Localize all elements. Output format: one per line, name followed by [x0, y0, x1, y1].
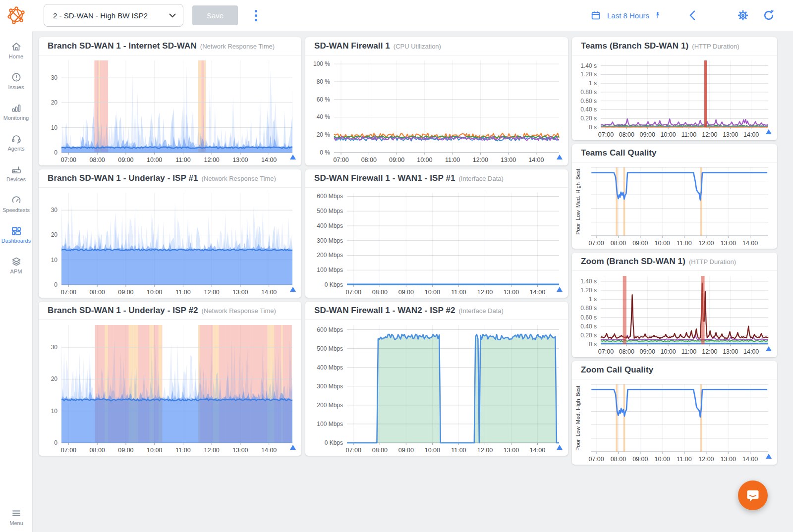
chart-teams-http[interactable]: 0 s0.20 s0.40 s0.60 s0.80 s1 s1.20 s1.40… — [572, 55, 777, 140]
chart-wan1[interactable]: 0 Kbps100 Mbps200 Mbps300 Mbps400 Mbps50… — [305, 188, 568, 298]
svg-text:20: 20 — [51, 99, 58, 106]
sidebar-menu-button[interactable]: Menu — [0, 508, 33, 526]
chart-cpu[interactable]: 0 %20 %40 %60 %80 %100 %07:0008:0009:001… — [305, 55, 568, 165]
bar-chart-icon — [11, 103, 22, 113]
svg-text:100 Mbps: 100 Mbps — [317, 266, 343, 273]
sidebar-item-speedtests[interactable]: Speedtests — [0, 195, 33, 213]
chart-subtitle: (Interface Data) — [459, 175, 504, 182]
chart-zoom-quality[interactable]: PoorLowMed.HighBest07:0008:0009:0010:001… — [572, 379, 777, 465]
chart-zoom-http[interactable]: 0 s0.20 s0.40 s0.60 s0.80 s1 s1.20 s1.40… — [572, 271, 777, 357]
time-range-selector[interactable]: Last 8 Hours — [590, 10, 662, 21]
home-icon — [11, 41, 22, 52]
svg-text:300 Mbps: 300 Mbps — [317, 237, 343, 244]
card-wan1: SD-WAN Firewall 1 - WAN1 - ISP #1(Interf… — [305, 169, 568, 298]
svg-text:600 Mbps: 600 Mbps — [317, 326, 343, 333]
sidebar-item-devices[interactable]: Devices — [0, 164, 33, 182]
svg-text:0: 0 — [54, 439, 57, 446]
chart-subtitle: (HTTP Duration) — [692, 43, 739, 50]
svg-text:0: 0 — [54, 281, 57, 288]
svg-text:13:00: 13:00 — [723, 131, 738, 138]
refresh-button[interactable] — [761, 8, 776, 23]
svg-text:10: 10 — [51, 124, 58, 131]
svg-text:Best: Best — [575, 386, 581, 397]
more-options-button[interactable] — [249, 5, 263, 25]
chart-title: SD-WAN Firewall 1 - WAN1 - ISP #1 — [314, 173, 455, 183]
sidebar-menu-label: Menu — [9, 520, 23, 526]
svg-text:14:00: 14:00 — [261, 157, 277, 163]
svg-text:14:00: 14:00 — [743, 348, 759, 355]
svg-text:07:00: 07:00 — [346, 289, 361, 296]
sidebar-item-home[interactable]: Home — [0, 41, 33, 59]
app-logo[interactable] — [0, 0, 33, 31]
svg-text:08:00: 08:00 — [361, 157, 377, 163]
hamburger-icon — [11, 508, 22, 519]
svg-text:30: 30 — [51, 207, 58, 213]
chart-title: Branch SD-WAN 1 - Internet SD-WAN — [48, 41, 197, 51]
svg-text:09:00: 09:00 — [118, 289, 133, 296]
svg-text:200 Mbps: 200 Mbps — [317, 252, 343, 259]
sidebar-item-label: Issues — [8, 84, 24, 90]
chart-title: Teams Call Quality — [581, 148, 657, 158]
card-nrt-isp2: Branch SD-WAN 1 - Underlay - ISP #2(Netw… — [39, 302, 301, 456]
svg-text:20 %: 20 % — [317, 131, 331, 138]
svg-text:13:00: 13:00 — [721, 240, 736, 247]
collapse-panel-button[interactable] — [685, 8, 700, 23]
card-zoom-http: Zoom (Branch SD-WAN 1)(HTTP Duration) 0 … — [572, 253, 777, 357]
svg-text:10:00: 10:00 — [660, 348, 676, 355]
svg-text:0.60 s: 0.60 s — [580, 314, 597, 321]
svg-text:08:00: 08:00 — [90, 289, 105, 296]
sidebar-item-monitoring[interactable]: Monitoring — [0, 103, 33, 121]
svg-text:12:00: 12:00 — [702, 348, 717, 355]
svg-text:12:00: 12:00 — [204, 157, 220, 163]
svg-text:10:00: 10:00 — [417, 157, 432, 163]
sidebar-item-label: Home — [9, 53, 23, 59]
svg-text:09:00: 09:00 — [118, 157, 133, 163]
sidebar-item-agents[interactable]: Agents — [0, 133, 33, 152]
svg-text:12:00: 12:00 — [477, 289, 493, 296]
sidebar-item-dashboards[interactable]: Dashboards — [0, 225, 33, 244]
save-button[interactable]: Save — [192, 5, 238, 25]
support-chat-button[interactable] — [738, 480, 768, 510]
svg-text:12:00: 12:00 — [698, 240, 714, 247]
sidebar-item-issues[interactable]: Issues — [0, 72, 33, 90]
svg-text:08:00: 08:00 — [90, 447, 105, 454]
svg-text:1.20 s: 1.20 s — [580, 287, 597, 294]
chart-title: Zoom Call Quality — [581, 365, 653, 375]
chart-subtitle: (Network Response Time) — [202, 175, 276, 182]
svg-text:200 Mbps: 200 Mbps — [317, 402, 343, 409]
svg-text:10:00: 10:00 — [660, 131, 676, 138]
svg-text:High: High — [575, 399, 581, 410]
svg-text:0 s: 0 s — [589, 341, 597, 348]
chart-teams-quality[interactable]: PoorLowMed.HighBest07:0008:0009:0010:001… — [572, 162, 777, 249]
chart-nrt-isp2[interactable]: 010203007:0008:0009:0010:0011:0012:0013:… — [39, 320, 301, 456]
svg-text:10: 10 — [51, 257, 58, 264]
sidebar-item-apm[interactable]: APM — [0, 256, 33, 274]
svg-text:13:00: 13:00 — [501, 157, 516, 163]
svg-text:0.80 s: 0.80 s — [580, 89, 597, 96]
svg-text:0 Kbps: 0 Kbps — [325, 439, 343, 446]
svg-text:14:00: 14:00 — [261, 447, 277, 454]
svg-text:1.40 s: 1.40 s — [580, 62, 597, 69]
headset-icon — [11, 133, 22, 144]
alert-circle-icon — [11, 72, 22, 83]
svg-text:08:00: 08:00 — [611, 240, 626, 247]
chart-nrt-internet[interactable]: 010203007:0008:0009:0010:0011:0012:0013:… — [39, 55, 301, 165]
dashboard-selector[interactable]: 2 - SD-WAN - High BW ISP2 — [44, 4, 183, 27]
card-nrt-isp1: Branch SD-WAN 1 - Underlay - ISP #1(Netw… — [39, 169, 301, 298]
brand-network-icon — [6, 6, 26, 26]
svg-text:09:00: 09:00 — [640, 131, 655, 138]
svg-text:14:00: 14:00 — [261, 289, 277, 296]
svg-text:13:00: 13:00 — [232, 157, 248, 163]
svg-text:10:00: 10:00 — [147, 157, 162, 163]
svg-text:12:00: 12:00 — [473, 157, 488, 163]
settings-button[interactable] — [736, 8, 750, 23]
chart-nrt-isp1[interactable]: 010203007:0008:0009:0010:0011:0012:0013:… — [39, 188, 301, 298]
svg-text:09:00: 09:00 — [118, 447, 133, 454]
svg-text:0.40 s: 0.40 s — [580, 323, 597, 330]
card-cpu: SD-WAN Firewall 1(CPU Utilization) 0 %20… — [305, 37, 568, 165]
svg-text:14:00: 14:00 — [528, 157, 544, 163]
svg-text:10:00: 10:00 — [147, 447, 162, 454]
chart-wan2[interactable]: 0 Kbps100 Mbps200 Mbps300 Mbps400 Mbps50… — [305, 320, 568, 456]
router-icon — [11, 164, 22, 175]
svg-text:07:00: 07:00 — [588, 240, 604, 247]
